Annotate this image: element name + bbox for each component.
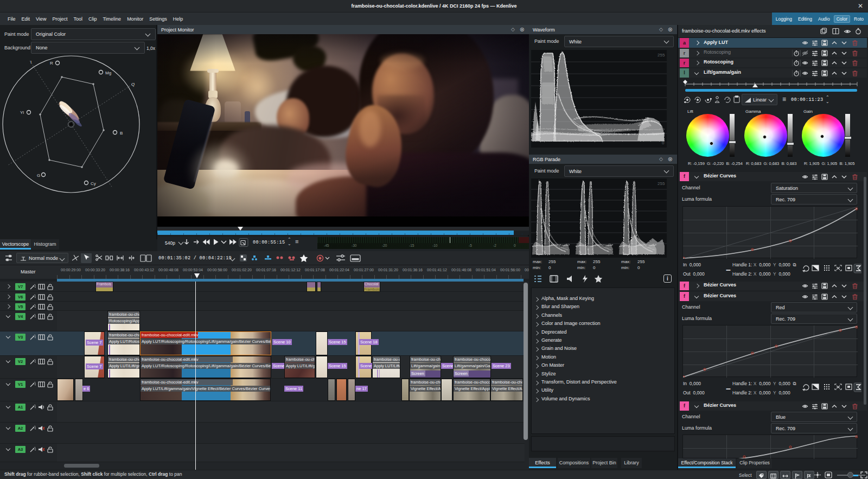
svg-text:R: R bbox=[50, 61, 53, 66]
svg-text:0: 0 bbox=[662, 140, 665, 145]
svg-text:Yl: Yl bbox=[20, 110, 24, 115]
svg-text:Cy: Cy bbox=[91, 181, 96, 186]
svg-text:255: 255 bbox=[658, 53, 665, 58]
svg-text:G: G bbox=[37, 173, 40, 178]
svg-text:B: B bbox=[120, 131, 123, 136]
svg-text:Mg: Mg bbox=[105, 71, 111, 75]
svg-text:Q: Q bbox=[131, 82, 135, 87]
svg-text:I: I bbox=[30, 60, 31, 65]
svg-text:255: 255 bbox=[658, 181, 665, 186]
